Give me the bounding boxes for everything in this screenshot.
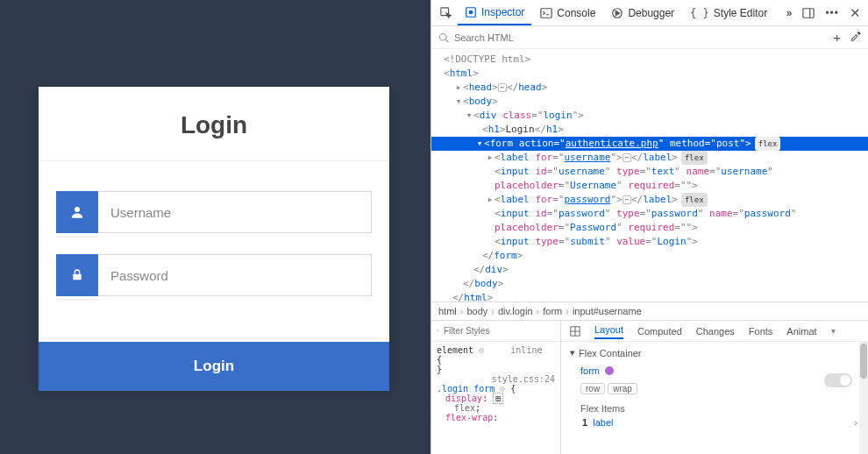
login-form: [39, 161, 389, 342]
layout-body[interactable]: ▾Flex Container form row wrap Flex Items…: [561, 342, 868, 454]
login-button[interactable]: Login: [39, 342, 389, 391]
filter-icon: [437, 326, 439, 336]
scrollbar[interactable]: [859, 342, 868, 454]
breadcrumb: html› body› div.login› form› input#usern…: [431, 301, 868, 321]
flex-chip-wrap: wrap: [608, 383, 637, 394]
username-input[interactable]: [98, 191, 372, 233]
tree-row[interactable]: </html>: [431, 291, 868, 301]
add-node-icon[interactable]: +: [833, 30, 841, 45]
crumb-input[interactable]: input#username: [573, 306, 642, 316]
tab-computed[interactable]: Computed: [637, 326, 682, 337]
svg-point-0: [75, 207, 80, 212]
tree-row[interactable]: placeholder="Password" required="">: [431, 221, 868, 235]
tree-row[interactable]: ▸<head>⋯</head>: [431, 81, 868, 95]
tree-row[interactable]: <!DOCTYPE html>: [431, 53, 868, 67]
tree-row[interactable]: <input type="submit" value="Login">: [431, 235, 868, 249]
login-heading: Login: [39, 87, 389, 161]
svg-rect-1: [73, 274, 81, 280]
crumb-form[interactable]: form: [543, 306, 562, 316]
tab-fonts[interactable]: Fonts: [749, 326, 773, 337]
layout-tabs: Layout Computed Changes Fonts Animat ▾: [561, 321, 868, 342]
eyedropper-icon[interactable]: [850, 30, 861, 45]
element-picker-icon[interactable]: [437, 5, 456, 21]
svg-point-4: [469, 11, 473, 14]
crumb-body[interactable]: body: [466, 306, 487, 316]
tab-console[interactable]: Console: [533, 1, 602, 25]
dock-icon[interactable]: [800, 5, 816, 21]
layout-pane: Layout Computed Changes Fonts Animat ▾ ▾…: [561, 321, 868, 454]
html-search-input[interactable]: [454, 32, 828, 43]
grid-inspector-icon[interactable]: [570, 326, 580, 337]
tab-changes[interactable]: Changes: [696, 326, 735, 337]
svg-line-10: [445, 39, 448, 42]
tree-row[interactable]: ▸<label for="username">⋯</label>flex: [431, 151, 868, 165]
rules-filter-input[interactable]: [444, 326, 555, 336]
tab-inspector[interactable]: Inspector: [458, 1, 531, 25]
html-search-bar: +: [431, 26, 868, 49]
overlay-toggle[interactable]: [824, 373, 852, 387]
tree-row[interactable]: ▾<div class="login">: [431, 109, 868, 123]
password-input[interactable]: [98, 254, 372, 296]
rules-pane: element ⚙ inline { } style.css:24 .login…: [431, 321, 561, 454]
devtools-bottom: element ⚙ inline { } style.css:24 .login…: [431, 321, 868, 454]
devtools-panel: Inspector Console Debugger { } Style Edi…: [430, 0, 868, 454]
flex-item-link[interactable]: label: [593, 417, 613, 428]
search-icon: [438, 32, 449, 43]
tree-row[interactable]: <input id="password" type="password" nam…: [431, 207, 868, 221]
tab-animations[interactable]: Animat: [786, 326, 816, 337]
password-field-row: [56, 254, 372, 296]
tree-row-selected[interactable]: ▾<form action="authenticate.php" method=…: [431, 137, 868, 151]
flex-color-swatch[interactable]: [605, 366, 614, 375]
tree-row[interactable]: </body>: [431, 277, 868, 291]
lock-icon: [56, 254, 98, 296]
close-devtools-icon[interactable]: ✕: [848, 4, 863, 23]
tab-style-editor[interactable]: { } Style Editor: [683, 1, 774, 25]
tree-row[interactable]: <input id="username" type="text" name="u…: [431, 165, 868, 179]
rendered-page: Login Login: [0, 0, 430, 454]
svg-rect-7: [803, 8, 814, 18]
rules-body[interactable]: element ⚙ inline { } style.css:24 .login…: [431, 342, 560, 454]
tab-layout[interactable]: Layout: [594, 324, 623, 339]
tree-row[interactable]: <h1>Login</h1>: [431, 123, 868, 137]
tree-row[interactable]: </div>: [431, 263, 868, 277]
devtools-tabbar: Inspector Console Debugger { } Style Edi…: [431, 0, 868, 26]
tree-row[interactable]: <html>: [431, 67, 868, 81]
overflow-icon[interactable]: »: [785, 5, 794, 21]
svg-point-9: [440, 33, 447, 40]
meatball-icon[interactable]: •••: [823, 5, 841, 21]
tab-debugger[interactable]: Debugger: [604, 1, 681, 25]
crumb-html[interactable]: html: [438, 306, 457, 316]
login-card: Login Login: [39, 87, 389, 391]
flex-chip-row: row: [580, 383, 605, 394]
user-icon: [56, 191, 98, 233]
tree-row[interactable]: </form>: [431, 249, 868, 263]
tree-row[interactable]: ▾<body>: [431, 95, 868, 109]
flex-container-link[interactable]: form: [580, 365, 600, 376]
tree-row[interactable]: placeholder="Username" required="">: [431, 179, 868, 193]
tree-row[interactable]: ▸<label for="password">⋯</label>flex: [431, 193, 868, 207]
dom-tree[interactable]: <!DOCTYPE html> <html> ▸<head>⋯</head> ▾…: [431, 49, 868, 301]
crumb-div[interactable]: div.login: [498, 306, 533, 316]
username-field-row: [56, 191, 372, 233]
svg-rect-5: [541, 8, 551, 18]
chevron-right-icon[interactable]: ›: [854, 417, 857, 428]
